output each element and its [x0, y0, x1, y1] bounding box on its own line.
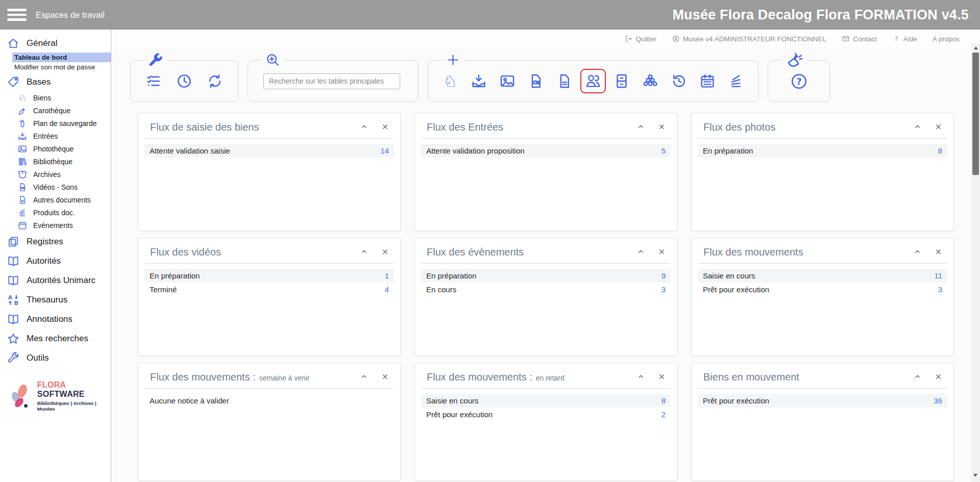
status-row[interactable]: Attente validation saisie14 [144, 144, 394, 158]
sidebar-section-annotations[interactable]: Annotations [0, 310, 111, 328]
menubar-item-a-propos[interactable]: A propos [933, 35, 960, 43]
hamburger-menu-icon[interactable] [7, 6, 27, 23]
toolbar-button-paper-stack[interactable] [727, 72, 745, 90]
search-input[interactable] [263, 73, 400, 89]
sidebar-item-label: Autres documents [33, 196, 91, 204]
status-label: En cours [426, 284, 456, 295]
status-row[interactable]: En préparation9 [421, 269, 671, 283]
workspace-label[interactable]: Espaces de travail [36, 10, 105, 20]
sidebar-section-general[interactable]: Général [0, 34, 111, 53]
status-row[interactable]: Saisie en cours11 [698, 269, 947, 283]
toolbar-button-image[interactable] [499, 72, 516, 90]
status-count[interactable]: 5 [662, 145, 666, 156]
sidebar-item-plan-de-sauvegarde[interactable]: Plan de sauvegarde [0, 117, 111, 130]
vertical-scrollbar[interactable] [971, 44, 980, 482]
close-button[interactable] [935, 248, 942, 256]
menubar-item-quitter[interactable]: Quitter [625, 35, 657, 43]
status-row[interactable]: Prêt pour exécution36 [698, 394, 947, 408]
status-row[interactable]: Prêt pour exécution2 [421, 408, 671, 421]
toolbar-button-drawer-cabinet[interactable] [613, 72, 630, 90]
toolbar-button-video-file[interactable] [527, 72, 545, 90]
sidebar-section-bases[interactable]: Bases [0, 73, 111, 91]
close-button[interactable] [658, 248, 666, 256]
toolbar-button-chess-knight[interactable] [442, 72, 459, 90]
toolbar-button-task-list[interactable] [145, 72, 162, 90]
sidebar-item-phototheque[interactable]: Photothèque [0, 142, 111, 155]
scroll-up-icon[interactable] [974, 46, 978, 49]
toolbar-button-refresh[interactable] [206, 72, 224, 90]
status-row[interactable]: Saisie en cours8 [421, 394, 671, 408]
status-row[interactable]: En préparation8 [698, 144, 947, 158]
status-row[interactable]: Prêt pour exécution3 [698, 283, 947, 296]
status-row[interactable]: En cours3 [421, 283, 671, 296]
status-count[interactable]: 2 [662, 409, 666, 420]
close-button[interactable] [658, 123, 666, 131]
close-button[interactable] [381, 248, 389, 256]
close-button[interactable] [381, 123, 389, 131]
status-count[interactable]: 8 [938, 145, 942, 156]
toolbar-button-clock[interactable] [176, 72, 193, 90]
toolbar-button-people[interactable] [580, 69, 606, 93]
collapse-button[interactable] [637, 248, 645, 256]
video-file-icon [17, 182, 28, 192]
sidebar-item-biens[interactable]: Biens [0, 91, 111, 104]
collapse-button[interactable] [360, 123, 368, 131]
toolbar-button-inbox-download[interactable] [470, 72, 487, 90]
status-count[interactable]: 36 [934, 395, 942, 406]
close-icon [381, 248, 389, 256]
sidebar-section-autorites-unimarc[interactable]: Autorités Unimarc [0, 271, 111, 290]
status-count[interactable]: 9 [662, 270, 666, 281]
close-button[interactable] [658, 373, 666, 380]
sidebar-section-thesaurus[interactable]: Thesaurus [0, 291, 111, 309]
status-row[interactable]: Aucune notice à valider [144, 394, 394, 408]
sidebar-item-modifier-mot-de-passe[interactable]: Modifier son mot de passe [12, 62, 111, 72]
status-count[interactable]: 3 [938, 284, 942, 295]
status-count[interactable]: 1 [385, 270, 389, 281]
scrollbar-thumb[interactable] [972, 53, 979, 175]
status-count[interactable]: 3 [662, 284, 666, 295]
menubar-item-contact[interactable]: Contact [842, 35, 877, 43]
sidebar-item-autres-documents[interactable]: Autres documents [0, 193, 111, 206]
sidebar-item-bibliotheque[interactable]: Bibliothèque [0, 155, 111, 168]
status-count[interactable]: 11 [934, 270, 942, 281]
close-button[interactable] [381, 373, 389, 380]
sidebar-section-mes-recherches[interactable]: Mes recherches [0, 329, 111, 348]
chevron-up-icon [637, 248, 645, 256]
toolbar-button-question-circle[interactable] [790, 72, 808, 91]
sidebar-item-evenements[interactable]: Evènements [0, 219, 111, 232]
collapse-button[interactable] [914, 373, 921, 380]
sidebar-item-archives[interactable]: Archives [0, 168, 111, 181]
close-button[interactable] [935, 123, 942, 131]
toolbar-button-document[interactable] [556, 72, 573, 90]
scroll-down-icon[interactable] [973, 474, 977, 477]
status-row[interactable]: Terminé4 [144, 283, 394, 296]
sidebar-item-videos-sons[interactable]: Vidéos - Sons [0, 181, 111, 193]
sidebar-section-registres[interactable]: Registres [0, 233, 111, 251]
status-row[interactable]: En préparation1 [144, 269, 394, 283]
sidebar-section-autorites[interactable]: Autorités [0, 252, 111, 270]
collapse-button[interactable] [637, 373, 645, 380]
sidebar-item-produits-doc[interactable]: Produits doc. [0, 206, 111, 219]
close-button[interactable] [935, 373, 942, 380]
toolbar-button-history[interactable] [670, 72, 688, 90]
toolbar-button-calendar-grid[interactable] [699, 72, 716, 90]
collapse-button[interactable] [360, 248, 368, 256]
collapse-button[interactable] [637, 123, 645, 131]
status-count[interactable]: 8 [662, 395, 666, 406]
status-row[interactable]: Attente validation proposition5 [421, 144, 671, 158]
toolbar-button-cluster[interactable] [642, 72, 659, 90]
collapse-button[interactable] [914, 248, 921, 256]
status-label: Saisie en cours [426, 395, 479, 406]
menubar-item-aide[interactable]: Aide [892, 35, 917, 43]
card-title: Flux de saisie des biens [150, 121, 259, 133]
sidebar-item-carotheque[interactable]: Carothèque [0, 104, 111, 117]
collapse-button[interactable] [914, 123, 921, 131]
sidebar-item-tableau-de-bord[interactable]: Tableau de bord [12, 53, 111, 62]
sidebar-item-entrees[interactable]: Entrées [0, 130, 111, 142]
status-count[interactable]: 14 [380, 145, 389, 156]
sidebar-section-outils[interactable]: Outils [0, 349, 111, 367]
menubar-item-user[interactable]: Musée v4 ADMINISTRATEUR FONCTIONNEL [672, 35, 826, 43]
status-count[interactable]: 4 [385, 284, 389, 295]
collapse-button[interactable] [360, 373, 368, 380]
card-rows: En préparation8 [692, 139, 953, 163]
